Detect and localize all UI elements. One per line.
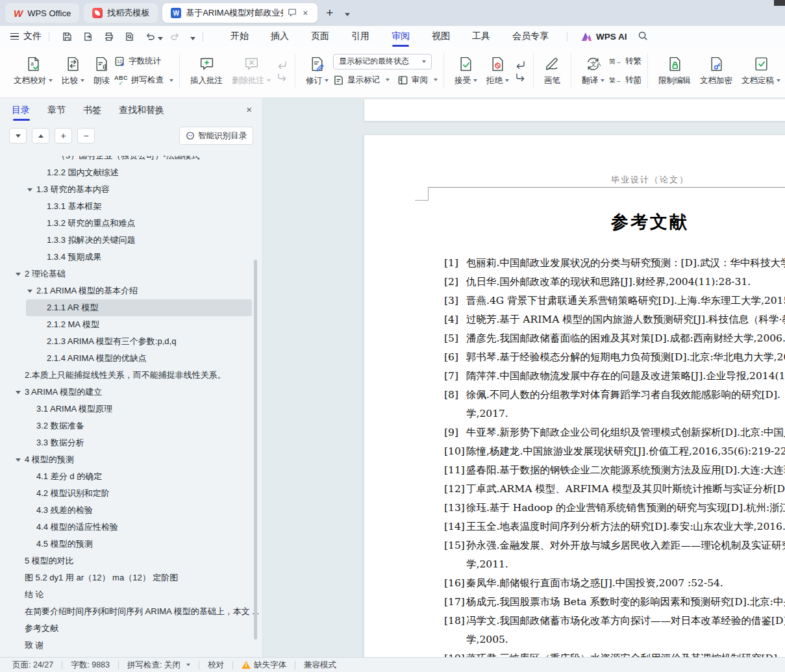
expand-triangle-icon[interactable] <box>16 273 21 276</box>
export-icon[interactable] <box>82 31 93 42</box>
toc-item[interactable]: 2.1.4 ARIMA 模型的优缺点 <box>0 350 262 367</box>
expand-triangle-icon[interactable] <box>16 458 21 462</box>
menu-tab-4[interactable]: 审阅 <box>380 26 421 47</box>
toc-item[interactable]: 参考文献 <box>0 620 262 637</box>
word-count-button[interactable]: 12 字数统计 <box>114 53 173 69</box>
undo-button[interactable] <box>144 31 156 42</box>
reference-line[interactable]: [7]隋萍萍.中国邮政物流发展中存在的问题及改进策略[J].企业导报,2014(… <box>444 367 785 386</box>
expand-triangle-icon[interactable] <box>27 188 32 192</box>
show-markup-button[interactable]: 显示标记 <box>333 72 390 88</box>
toc-item[interactable]: 2.1.1 AR 模型 <box>26 299 252 316</box>
reference-line[interactable]: [15]孙永强.金融发展、对外开放与城乡居民收入差距——理论机制及实证研究[D]… <box>444 536 785 555</box>
toc-item[interactable]: 1.3 研究的基本内容 <box>0 181 262 198</box>
zoom-out-outline-button[interactable]: − <box>77 128 95 143</box>
tab-list-chevron-icon[interactable] <box>342 7 353 19</box>
sidebar-tab-3[interactable]: 查找和替换 <box>119 98 164 123</box>
expand-triangle-icon[interactable] <box>27 290 32 293</box>
search-icon[interactable] <box>638 31 648 43</box>
toc-item[interactable]: 在简要介绍时间序列和时间序列 ARIMA 模型的基础上，本文 ... <box>0 603 262 620</box>
toc-item[interactable]: 1.2.2 国内文献综述 <box>0 164 262 181</box>
reference-line[interactable]: 学,2017. <box>444 404 785 423</box>
file-menu[interactable]: 文件 <box>23 31 42 42</box>
sidebar-tab-1[interactable]: 章节 <box>47 98 66 123</box>
reference-line[interactable]: [9]牛亚琴.新形势下邮政企业公司化组织及管理模式创新探析[D].北京:中国人 <box>444 423 785 442</box>
restrict-edit-button[interactable]: 限制编辑 <box>654 53 695 89</box>
doc-proof-button[interactable]: a 文档校对 <box>9 53 57 89</box>
save-icon[interactable] <box>61 31 73 42</box>
sidebar-scrollbar[interactable] <box>254 260 257 640</box>
accept-button[interactable]: 接受 <box>450 53 482 89</box>
previous-revision-icon[interactable] <box>516 60 525 69</box>
reference-line[interactable]: [1]包丽莉.中国邮政业发展状况的分类与研究预测：[D].武汉：华中科技大学, <box>444 254 785 273</box>
reference-line[interactable]: [10]陈憧,杨建龙.中国旅游业发展现状研究[J].价值工程,2016,35(6… <box>444 442 785 461</box>
spell-check-toggle[interactable]: 拼写检查: 关闭 <box>119 660 199 671</box>
page-indicator[interactable]: 页面: 24/27 <box>4 660 62 671</box>
toc-item[interactable]: 图 5.2 dy1 用 ar（12） ma（12） 定阶图 <box>0 569 262 586</box>
menu-tab-0[interactable]: 开始 <box>219 26 260 47</box>
reference-line[interactable]: [17]杨成元.我国股票市场 Beta 系数时变的影响因素和预测研究[D].北京… <box>444 593 785 612</box>
toc-item[interactable]: 结 论 <box>0 586 262 603</box>
track-changes-button[interactable]: 修订 <box>301 53 333 89</box>
toc-item[interactable]: 2.本质上只能捕捉线性关系，而不能捕捉非线性关系。 <box>0 367 262 384</box>
menu-tab-2[interactable]: 页面 <box>300 26 340 47</box>
reference-line[interactable]: [4]过晓芳.基于 ARIMA 模型的国内旅游人数预测研究[J].科技信息（科学… <box>444 310 785 329</box>
reference-line[interactable]: 学,2005. <box>444 630 785 649</box>
close-sidebar-icon[interactable]: × <box>246 104 252 115</box>
insert-comment-button[interactable]: 插入批注 <box>186 53 227 89</box>
toc-item[interactable]: 3.2 数据准备 <box>0 417 262 434</box>
references-title[interactable]: 参考文献 <box>364 210 785 234</box>
toc-item[interactable]: 4.1 差分 d 的确定 <box>0 468 262 485</box>
reference-line[interactable]: [16]秦凤华.邮储银行直面市场之惑[J].中国投资,2007 :52-54. <box>444 574 785 593</box>
menu-tab-1[interactable]: 插入 <box>260 26 300 47</box>
toc-item[interactable]: 4.4 模型的适应性检验 <box>0 519 262 536</box>
proofread-button[interactable]: 校对 <box>199 660 232 671</box>
undo-chevron-icon[interactable] <box>158 37 163 40</box>
print-preview-icon[interactable] <box>123 31 135 42</box>
reference-line[interactable]: [14]王玉全.地表温度时间序列分析方法的研究[D].泰安:山东农业大学,201… <box>444 517 785 536</box>
reference-line[interactable]: [18]冯学文.我国邮政储蓄市场化改革方向探讨——对日本改革经验的借鉴[D] <box>444 612 785 630</box>
compare-button[interactable]: 比较 <box>57 53 89 89</box>
toc-item[interactable]: 1.3.2 研究的重点和难点 <box>0 215 262 232</box>
smart-toc-button[interactable]: 智能识别目录 <box>179 127 253 145</box>
print-icon[interactable] <box>103 31 114 42</box>
tab-wps-office-home[interactable]: W WPS Office <box>5 3 79 23</box>
previous-page-bottom[interactable] <box>364 99 785 121</box>
word-count-indicator[interactable]: 字数: 9883 <box>62 660 118 671</box>
reference-line[interactable]: [11]盛春阳.基于数据的钢铁企业二次能源系统预测方法及应用[D].大连:大连理 <box>444 461 785 480</box>
missing-font-warning[interactable]: ! 缺失字体 <box>233 660 295 671</box>
reference-line[interactable]: [2]仇日华.国外邮政改革的现状和思路[J].财经界,2004(11):28-3… <box>444 273 785 292</box>
tab-current-document[interactable]: W 基于ARIMA模型对邮政业务总 × <box>162 3 318 23</box>
toc-item[interactable]: 3.1 ARIMA 模型原理 <box>0 401 262 417</box>
read-aloud-button[interactable]: 朗读 <box>89 53 114 89</box>
menu-tab-6[interactable]: 工具 <box>461 26 501 47</box>
menu-tab-3[interactable]: 引用 <box>340 26 380 47</box>
reference-line[interactable]: [8]徐佩.不同人数的分组教学对体育舞蹈学习者自我效能感影响的研究[D]. <box>444 386 785 404</box>
toc-item[interactable]: 2.1.2 MA 模型 <box>0 316 262 333</box>
reference-line[interactable]: 学,2011. <box>444 555 785 574</box>
sidebar-tab-0[interactable]: 目录 <box>12 98 30 123</box>
toc-item[interactable]: 4.3 残差的检验 <box>0 502 262 519</box>
toc-item[interactable]: 4.2 模型识别和定阶 <box>0 485 262 502</box>
translate-button[interactable]: 文A 翻译 <box>577 53 609 89</box>
toc-item[interactable]: 5 模型的对比 <box>0 553 262 569</box>
sidebar-tab-2[interactable]: 书签 <box>83 98 101 123</box>
reject-button[interactable]: 拒绝 <box>482 53 514 89</box>
menu-tab-7[interactable]: 会员专享 <box>501 26 560 47</box>
toc-item[interactable]: 2 理论基础 <box>0 266 262 282</box>
document-page[interactable]: 毕业设计（论文） 参考文献 [1]包丽莉.中国邮政业发展状况的分类与研究预测：[… <box>364 134 785 657</box>
reference-line[interactable]: [3]晋燕.4G 背景下甘肃联通关系营销策略研究[D].上海.华东理工大学,20… <box>444 292 785 310</box>
zoom-in-outline-button[interactable]: + <box>55 128 72 143</box>
expand-group-icon[interactable] <box>634 77 639 86</box>
new-tab-button[interactable]: + <box>322 6 337 20</box>
reference-line[interactable]: [5]潘彦先.我国邮政储蓄面临的困难及其对策[D].成都:西南财经大学,2006… <box>444 329 785 348</box>
reference-line[interactable]: [13]徐珏.基于 Hadoop 的企业营销系统销售预测的研究与实现[D].杭州… <box>444 499 785 517</box>
to-traditional-button[interactable]: 简→ 转繁 <box>609 53 642 69</box>
toc-item[interactable]: 致 谢 <box>0 637 262 654</box>
expand-triangle-icon[interactable] <box>16 391 21 394</box>
spell-check-button[interactable]: ABC✓ 拼写检查 <box>114 72 173 88</box>
encrypt-button[interactable]: 文档加密 <box>695 53 737 89</box>
toc-item[interactable]: 3 ARIMA 模型的建立 <box>0 384 262 401</box>
wps-ai-button[interactable]: WPS AI <box>581 32 627 42</box>
review-pane-button[interactable]: 审阅 <box>397 72 438 88</box>
toc-item[interactable]: 1.3.4 预期成果 <box>0 249 262 266</box>
